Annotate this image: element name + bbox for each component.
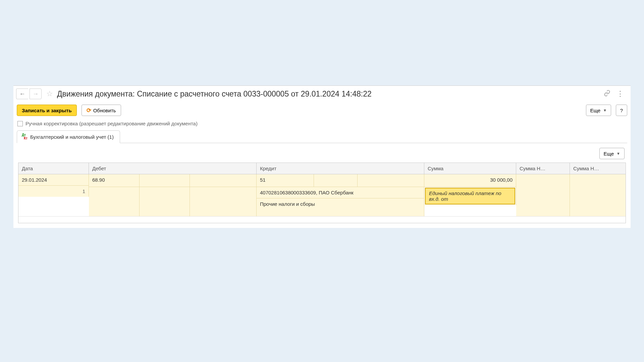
- more-button[interactable]: Еще ▼: [586, 105, 611, 116]
- manual-edit-checkbox[interactable]: [17, 121, 23, 126]
- chevron-down-icon: ▼: [603, 108, 607, 112]
- cell-credit-sub2: [358, 174, 424, 187]
- kebab-menu-icon[interactable]: ⋮: [616, 90, 624, 98]
- tab-strip: ДтКт Бухгалтерский и налоговый учет (1): [17, 130, 627, 143]
- col-header-sum-n2[interactable]: Сумма Н…: [570, 163, 626, 174]
- favorite-star-icon[interactable]: ☆: [46, 89, 53, 98]
- cell-sum-n1: [516, 174, 570, 216]
- page-title: Движения документа: Списание с расчетног…: [57, 89, 602, 99]
- refresh-icon: ⟳: [87, 107, 91, 114]
- save-close-button[interactable]: Записать и закрыть: [17, 105, 77, 116]
- cell-debit-account: 68.90: [89, 174, 139, 187]
- nav-back-button[interactable]: ←: [16, 88, 28, 99]
- col-header-date[interactable]: Дата: [18, 163, 89, 174]
- chevron-down-icon: ▼: [616, 152, 620, 156]
- cell-sum: 30 000,00: [424, 174, 516, 187]
- cell-credit-account: 51: [257, 174, 314, 187]
- cell-sum-note[interactable]: Единый налоговый платеж по вх.д. от: [425, 188, 515, 204]
- grid-footer: [18, 216, 626, 223]
- table-row[interactable]: 29.01.2024 1 68.90: [18, 174, 626, 216]
- nav-forward-button[interactable]: →: [30, 88, 42, 99]
- refresh-label: Обновить: [93, 108, 116, 113]
- tab-label: Бухгалтерский и налоговый учет (1): [30, 134, 114, 140]
- document-window: ← → ☆ Движения документа: Списание с рас…: [13, 85, 631, 228]
- cell-credit-sub1: [314, 174, 357, 187]
- cell-row-number: 1: [18, 186, 89, 197]
- cell-credit-detail2: Прочие налоги и сборы: [257, 198, 424, 216]
- help-button[interactable]: ?: [616, 105, 627, 116]
- manual-edit-label: Ручная корректировка (разрешает редактир…: [25, 121, 198, 126]
- tab-accounting[interactable]: ДтКт Бухгалтерский и налоговый учет (1): [17, 130, 120, 143]
- cell-sum-n2: [570, 174, 626, 216]
- manual-edit-row: Ручная корректировка (разрешает редактир…: [13, 119, 631, 130]
- col-header-sum[interactable]: Сумма: [424, 163, 516, 174]
- tab-more-label: Еще: [604, 151, 614, 157]
- cell-debit-sub2: [190, 174, 256, 187]
- col-header-credit[interactable]: Кредит: [257, 163, 424, 174]
- main-toolbar: Записать и закрыть ⟳ Обновить Еще ▼ ?: [13, 102, 631, 119]
- grid-header: Дата Дебет Кредит Сумма Сумма Н… Сумма Н…: [18, 163, 626, 174]
- col-header-debit[interactable]: Дебет: [89, 163, 257, 174]
- more-label: Еще: [590, 108, 601, 113]
- link-icon[interactable]: [604, 90, 610, 98]
- dt-kt-icon: ДтКт: [22, 133, 28, 140]
- tab-content: Еще ▼ Дата Дебет Кредит Сумма Сумма Н… С…: [13, 143, 631, 228]
- cell-credit-detail1: 40702810638000333609, ПАО Сбербанк: [257, 187, 424, 198]
- titlebar: ← → ☆ Движения документа: Списание с рас…: [13, 86, 631, 102]
- cell-debit-sub1: [140, 174, 190, 187]
- tab-more-button[interactable]: Еще ▼: [599, 148, 625, 159]
- refresh-button[interactable]: ⟳ Обновить: [82, 105, 121, 116]
- col-header-sum-n1[interactable]: Сумма Н…: [516, 163, 570, 174]
- cell-date: 29.01.2024: [18, 174, 89, 186]
- postings-grid: Дата Дебет Кредит Сумма Сумма Н… Сумма Н…: [18, 163, 626, 223]
